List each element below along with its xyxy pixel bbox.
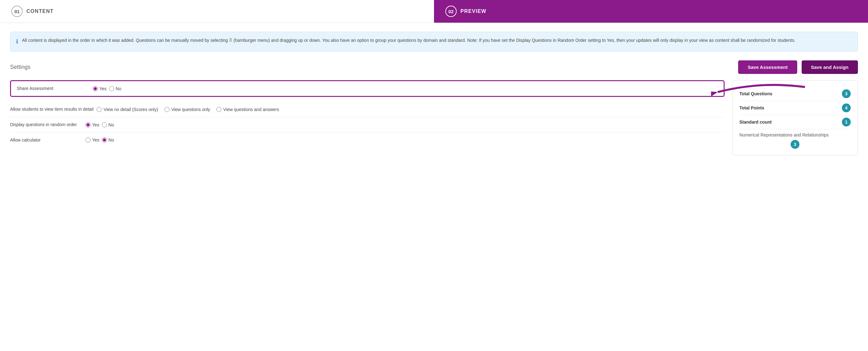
standard-count-label: Standard count bbox=[739, 120, 772, 125]
tab-content[interactable]: 01 CONTENT bbox=[0, 0, 434, 23]
standard-section: Numerical Representations and Relationsh… bbox=[739, 132, 851, 149]
tab-preview[interactable]: 02 PREVIEW bbox=[434, 0, 868, 23]
standard-count-row: Standard count 1 bbox=[739, 115, 851, 129]
allow-calculator-yes[interactable]: Yes bbox=[86, 137, 99, 142]
display-random-label: Display questions in random order bbox=[10, 122, 83, 128]
save-and-assign-button[interactable]: Save and Assign bbox=[802, 60, 858, 74]
display-random-yes[interactable]: Yes bbox=[86, 122, 99, 127]
settings-header-row: Settings Save Assessment Save and Assign bbox=[10, 60, 858, 74]
total-points-row: Total Points 4 bbox=[739, 101, 851, 115]
standard-badge-center: 3 bbox=[739, 140, 851, 149]
tab-preview-number: 02 bbox=[445, 6, 457, 17]
allow-calculator-no[interactable]: No bbox=[102, 137, 114, 142]
display-random-row: Display questions in random order Yes No bbox=[10, 117, 724, 133]
total-questions-badge: 3 bbox=[842, 89, 851, 98]
settings-panel: Share Assessment Yes No bbox=[10, 80, 724, 148]
total-points-label: Total Points bbox=[739, 105, 764, 110]
share-assessment-yes[interactable]: Yes bbox=[93, 86, 106, 91]
standard-badge: 3 bbox=[790, 140, 800, 149]
tab-content-label: CONTENT bbox=[26, 8, 54, 14]
standard-count-badge: 1 bbox=[842, 118, 851, 126]
view-questions-answers-option[interactable]: View questions and answers bbox=[216, 107, 279, 112]
info-icon: ℹ bbox=[16, 37, 18, 46]
info-banner: ℹ All content is displayed in the order … bbox=[10, 32, 858, 52]
display-random-no[interactable]: No bbox=[102, 122, 114, 127]
total-questions-label: Total Questions bbox=[739, 91, 772, 96]
info-banner-text: All content is displayed in the order in… bbox=[22, 37, 795, 46]
share-assessment-no[interactable]: No bbox=[109, 86, 121, 91]
total-points-badge: 4 bbox=[842, 103, 851, 112]
main-content: ℹ All content is displayed in the order … bbox=[0, 23, 868, 164]
save-assessment-button[interactable]: Save Assessment bbox=[738, 60, 797, 74]
view-options-group: View no detail (Scores only) View questi… bbox=[97, 107, 279, 112]
allow-calculator-row: Allow calculator Yes No bbox=[10, 133, 724, 148]
tabs-bar: 01 CONTENT 02 PREVIEW bbox=[0, 0, 868, 23]
summary-panel: Total Questions 3 Total Points 4 Standar… bbox=[732, 80, 858, 155]
allow-calculator-label: Allow calculator bbox=[10, 137, 83, 143]
settings-label: Settings bbox=[10, 64, 31, 70]
share-assessment-box: Share Assessment Yes No bbox=[10, 80, 724, 97]
view-item-results-label: Allow students to view item results in d… bbox=[10, 106, 93, 113]
share-assessment-label: Share Assessment bbox=[17, 86, 89, 92]
tab-content-number: 01 bbox=[11, 6, 23, 17]
display-random-radio-group: Yes No bbox=[86, 122, 114, 127]
share-assessment-radio-group: Yes No bbox=[93, 86, 121, 91]
two-col-layout: Share Assessment Yes No bbox=[10, 80, 858, 155]
view-no-detail-option[interactable]: View no detail (Scores only) bbox=[97, 107, 158, 112]
button-group: Save Assessment Save and Assign bbox=[738, 60, 858, 74]
view-item-results-row: Allow students to view item results in d… bbox=[10, 102, 724, 117]
standard-name: Numerical Representations and Relationsh… bbox=[739, 132, 851, 137]
view-questions-only-option[interactable]: View questions only bbox=[164, 107, 210, 112]
page-wrapper: 01 CONTENT 02 PREVIEW ℹ All content is d… bbox=[0, 0, 868, 351]
total-questions-row: Total Questions 3 bbox=[739, 87, 851, 101]
tab-preview-label: PREVIEW bbox=[460, 8, 487, 14]
allow-calculator-radio-group: Yes No bbox=[86, 137, 114, 142]
